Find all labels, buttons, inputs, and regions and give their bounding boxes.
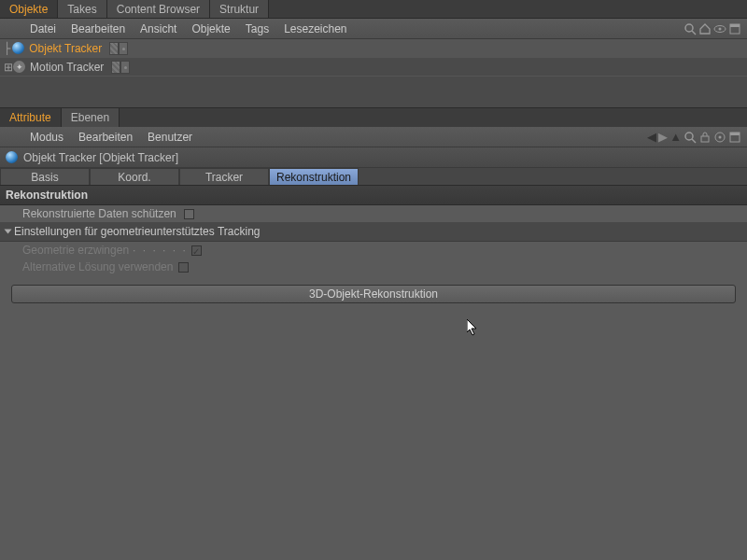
tree-row-objekt-tracker[interactable]: ├ Objekt Tracker [0,39,747,58]
alt-solution-label: Alternative Lösung verwenden [22,260,173,273]
menu-lesezeichen[interactable]: Lesezeichen [276,22,354,35]
tree-label: Objekt Tracker [29,42,102,55]
svg-point-10 [719,135,722,138]
force-geometry-checkbox [191,245,202,256]
protect-data-label: Rekonstruierte Daten schützen [22,207,176,220]
section-rekonstruktion: Rekonstruktion [0,185,747,205]
panel-grip-icon[interactable] [6,22,19,35]
menu-tags[interactable]: Tags [238,22,276,35]
menu-datei[interactable]: Datei [22,22,63,35]
dock-icon[interactable] [728,131,741,144]
dots-separator: · · · · · · [133,244,188,257]
svg-point-6 [685,133,693,140]
eye-icon[interactable] [713,22,726,35]
panel-grip-icon[interactable] [6,131,19,144]
sphere-icon [6,151,18,163]
nav-up-icon[interactable]: ▲ [669,130,682,144]
search-icon[interactable] [684,131,697,144]
menu-bearbeiten[interactable]: Bearbeiten [63,22,133,35]
proptab-basis[interactable]: Basis [0,168,90,185]
tree-branch-icon: ├ [4,42,10,55]
menu-ansicht[interactable]: Ansicht [133,22,184,35]
svg-rect-8 [701,136,709,142]
object-tree: ├ Objekt Tracker ⊞ ✦ Motion Tracker [0,39,747,108]
motion-tracker-icon: ✦ [13,61,26,73]
tab-attribute[interactable]: Attribute [0,108,62,127]
mouse-cursor-icon [467,319,480,338]
sphere-icon [12,42,25,54]
visibility-flag-icon[interactable] [111,61,120,74]
svg-point-3 [719,27,722,30]
proptab-koord[interactable]: Koord. [90,168,179,185]
geo-tracking-label: Einstellungen für geometrieunterstütztes… [14,225,260,238]
target-icon[interactable] [713,131,726,144]
alt-solution-checkbox [178,262,189,273]
svg-rect-12 [730,133,740,135]
menu-modus[interactable]: Modus [22,131,71,144]
tree-row-motion-tracker[interactable]: ⊞ ✦ Motion Tracker [0,58,747,77]
tab-takes[interactable]: Takes [58,0,106,18]
menu-objekte[interactable]: Objekte [184,22,237,35]
disclosure-triangle-icon [5,230,12,234]
tab-ebenen[interactable]: Ebenen [62,108,120,127]
visibility-flag-icon[interactable] [109,42,119,55]
force-geometry-label: Geometrie erzwingen [22,244,129,257]
menu-bearbeiten-attr[interactable]: Bearbeiten [71,131,140,144]
home-icon[interactable] [698,22,712,35]
lock-icon[interactable] [698,131,712,144]
tab-struktur[interactable]: Struktur [210,0,269,18]
tree-expand-icon[interactable]: ⊞ [4,61,13,74]
nav-forward-icon[interactable]: ▶ [658,130,668,144]
proptab-rekonstruktion[interactable]: Rekonstruktion [269,168,359,185]
geo-tracking-section[interactable]: Einstellungen für geometrieunterstütztes… [0,222,747,242]
svg-point-0 [685,24,693,32]
protect-data-checkbox[interactable] [184,209,194,219]
svg-rect-5 [730,24,740,27]
tab-objekte[interactable]: Objekte [0,0,58,18]
dock-icon[interactable] [728,22,741,35]
svg-line-1 [692,31,696,35]
tab-content-browser[interactable]: Content Browser [107,0,210,18]
nav-back-icon[interactable]: ◀ [647,130,656,144]
reconstruct-button[interactable]: 3D-Objekt-Rekonstruktion [11,285,736,303]
proptab-tracker[interactable]: Tracker [179,168,269,185]
object-header-title: Objekt Tracker [Objekt Tracker] [23,151,178,164]
render-flag-icon[interactable] [120,61,130,74]
svg-line-7 [692,139,696,143]
search-icon[interactable] [684,22,697,35]
menu-benutzer[interactable]: Benutzer [140,131,200,144]
render-flag-icon[interactable] [119,42,128,55]
tree-label: Motion Tracker [30,61,104,74]
